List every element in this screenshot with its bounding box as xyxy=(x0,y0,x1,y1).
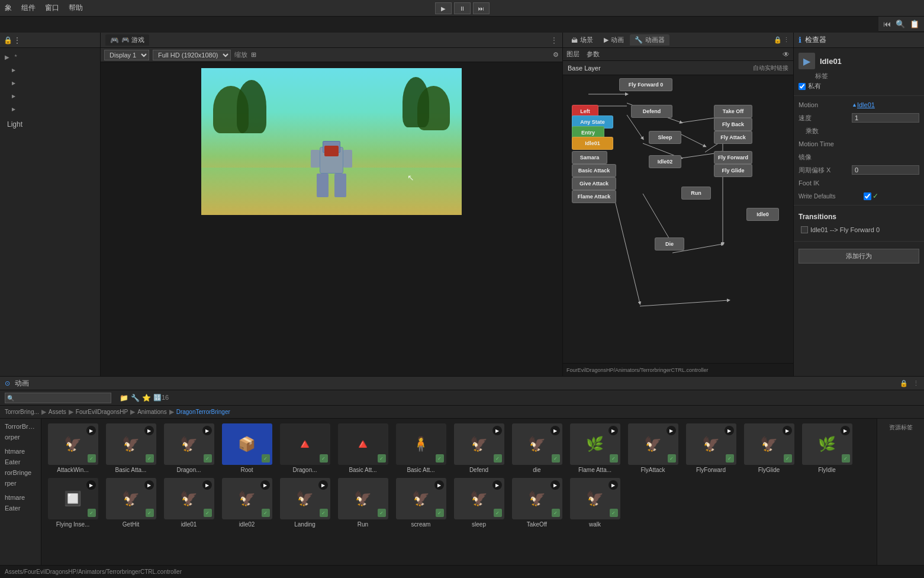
animator-node-sleep[interactable]: Sleep xyxy=(649,131,681,144)
asset-play-btn-23[interactable]: ▶ xyxy=(609,480,618,490)
asset-item-0[interactable]: 🦅 ▶ ✓ AttackWin... xyxy=(46,423,99,473)
menu-item-component[interactable]: 组件 xyxy=(21,3,36,13)
asset-item-17[interactable]: 🦅 ▶ ✓ idle02 xyxy=(220,478,273,528)
params-tab[interactable]: 参数 xyxy=(587,50,600,59)
display-select[interactable]: Display 1 xyxy=(104,50,149,60)
eye-icon[interactable]: 👁 xyxy=(783,50,790,59)
asset-play-btn-18[interactable]: ▶ xyxy=(318,480,328,490)
asset-item-11[interactable]: 🦅 ▶ ✓ FlyForward xyxy=(684,423,738,473)
animator-node-idle02[interactable]: Idle02 xyxy=(649,155,681,168)
asset-item-22[interactable]: 🦅 ▶ ✓ TakeOff xyxy=(510,478,564,528)
animator-node-idle_orange[interactable]: Idle01 xyxy=(572,137,613,150)
animator-node-basic_attack_l[interactable]: Basic Attack xyxy=(572,164,616,177)
animator-node-flame_attack[interactable]: Flame Attack xyxy=(572,190,616,203)
menu-item-window[interactable]: 窗口 xyxy=(45,3,59,13)
animator-node-defend[interactable]: Defend xyxy=(631,105,672,118)
animator-node-fly_attack[interactable]: Fly Attack xyxy=(714,131,752,144)
asset-play-btn-2[interactable]: ▶ xyxy=(202,426,212,435)
animator-node-fly_forward2[interactable]: Fly Forward xyxy=(714,151,752,164)
write-defaults-checkbox[interactable] xyxy=(864,192,871,200)
animator-more-icon[interactable]: ⋮ xyxy=(783,36,790,44)
sidebar-item-nightmare[interactable]: htmare xyxy=(0,446,41,457)
sidebar-item-eater[interactable]: Eater xyxy=(0,457,41,467)
animator-node-fly_back[interactable]: Fly Back xyxy=(714,118,752,131)
asset-play-btn-13[interactable]: ▶ xyxy=(841,426,850,435)
transition-item-1[interactable]: Idle01 --> Fly Forward 0 xyxy=(799,223,919,236)
sidebar-item-rorbring[interactable]: rorBringe xyxy=(0,467,41,478)
asset-play-btn-16[interactable]: ▶ xyxy=(202,480,212,490)
asset-item-19[interactable]: 🦅 ✓ Run xyxy=(336,478,389,528)
private-checkbox[interactable] xyxy=(799,83,806,90)
asset-play-btn-14[interactable]: ▶ xyxy=(86,480,96,490)
asset-item-4[interactable]: 🔺 ✓ Dragon... xyxy=(278,423,331,473)
asset-star-icon[interactable]: ⭐ xyxy=(142,394,151,402)
bc-animations[interactable]: Animations xyxy=(137,409,166,415)
animator-node-take_off[interactable]: Take Off xyxy=(714,105,752,118)
animator-node-give_attack[interactable]: Give Attack xyxy=(572,177,616,190)
asset-folder-icon[interactable]: 📁 xyxy=(120,394,128,402)
game-tab[interactable]: 🎮 🎮 游戏 xyxy=(105,34,149,46)
anim-more-icon[interactable]: ⋮ xyxy=(913,380,919,387)
hierarchy-item-expand-4[interactable]: ▶ xyxy=(0,102,100,115)
animation-tab[interactable]: ▶ 动画 xyxy=(599,34,629,46)
asset-item-10[interactable]: 🦅 ▶ ✓ FlyAttack xyxy=(626,423,680,473)
asset-item-6[interactable]: 🧍 ✓ Basic Att... xyxy=(394,423,447,473)
hierarchy-item-expand-1[interactable]: ▶ xyxy=(0,63,100,76)
asset-item-21[interactable]: 🦅 ▶ ✓ sleep xyxy=(452,478,506,528)
step-button[interactable]: ⏭ xyxy=(473,2,490,14)
asset-item-14[interactable]: 🔲 ▶ ✓ Flying Inse... xyxy=(46,478,99,528)
asset-play-btn-12[interactable]: ▶ xyxy=(783,426,792,435)
asset-filter-icon[interactable]: 🔧 xyxy=(131,394,140,402)
sidebar-item-nightmare2[interactable]: htmare xyxy=(0,492,41,503)
animator-node-die[interactable]: Die xyxy=(655,237,684,251)
asset-play-btn-10[interactable]: ▶ xyxy=(667,426,676,435)
layers-tab[interactable]: 图层 xyxy=(566,50,579,59)
asset-item-3[interactable]: 📦 ✓ Root xyxy=(220,423,273,473)
search-icon[interactable]: 🔍 xyxy=(896,20,905,28)
asset-play-btn-7[interactable]: ▶ xyxy=(492,426,502,435)
animator-node-fly_glide[interactable]: Fly Glide xyxy=(714,164,752,177)
asset-play-btn-22[interactable]: ▶ xyxy=(550,480,560,490)
speed-input[interactable] xyxy=(852,113,919,123)
asset-item-1[interactable]: 🦅 ▶ ✓ Basic Atta... xyxy=(104,423,157,473)
asset-item-13[interactable]: 🌿 ▶ ✓ FlyIdle xyxy=(800,423,854,473)
asset-play-btn-21[interactable]: ▶ xyxy=(492,480,502,490)
animator-node-samara[interactable]: Samara xyxy=(572,151,607,164)
asset-item-9[interactable]: 🌿 ▶ ✓ Flame Atta... xyxy=(568,423,622,473)
history-icon[interactable]: ⏮ xyxy=(883,20,891,28)
asset-play-btn-1[interactable]: ▶ xyxy=(144,426,154,435)
resolution-select[interactable]: Full HD (1920x1080) xyxy=(153,50,231,60)
asset-play-btn-8[interactable]: ▶ xyxy=(550,426,560,435)
panel-more-icon[interactable]: ⋮ xyxy=(550,36,558,44)
animator-node-idle_r[interactable]: Idle0 xyxy=(746,208,779,221)
menu-item-object[interactable]: 象 xyxy=(5,3,12,13)
menu-item-help[interactable]: 帮助 xyxy=(69,3,83,13)
asset-play-btn-9[interactable]: ▶ xyxy=(609,426,618,435)
asset-play-btn-15[interactable]: ▶ xyxy=(144,480,154,490)
settings-icon[interactable]: ⚙ xyxy=(553,51,559,59)
asset-item-15[interactable]: 🦅 ▶ ✓ GetHit xyxy=(104,478,157,528)
bc-terrorbringe[interactable]: TorrorBring... xyxy=(5,409,39,415)
motion-value[interactable]: Idle01 xyxy=(857,101,875,108)
sidebar-item-rper[interactable]: rper xyxy=(0,478,41,489)
hierarchy-item-expand-2[interactable]: ▶ xyxy=(0,76,100,89)
asset-play-btn-17[interactable]: ▶ xyxy=(260,480,270,490)
asset-item-20[interactable]: 🦅 ▶ ✓ scream xyxy=(394,478,447,528)
asset-play-btn-0[interactable]: ▶ xyxy=(86,426,96,435)
bc-dragon[interactable]: DragonTerrorBringer xyxy=(176,409,230,415)
asset-play-btn-11[interactable]: ▶ xyxy=(725,426,734,435)
bc-assets[interactable]: Assets xyxy=(49,409,66,415)
animator-node-run[interactable]: Run xyxy=(681,187,711,200)
asset-search-input[interactable] xyxy=(5,393,111,403)
pause-button[interactable]: ⏸ xyxy=(454,2,471,14)
asset-play-btn-20[interactable]: ▶ xyxy=(434,480,444,490)
play-button[interactable]: ▶ xyxy=(435,2,452,14)
scene-tab[interactable]: 🏔 场景 xyxy=(566,34,598,46)
animator-node-fly_forward[interactable]: Fly Forward 0 xyxy=(619,78,672,91)
asset-item-18[interactable]: 🦅 ▶ ✓ Landing xyxy=(278,478,331,528)
asset-item-12[interactable]: 🦅 ▶ ✓ FlyGlide xyxy=(742,423,796,473)
layers-icon[interactable]: 📋 xyxy=(910,20,919,28)
asset-item-5[interactable]: 🔺 ✓ Basic Att... xyxy=(336,423,389,473)
cycle-offset-input[interactable] xyxy=(852,165,919,175)
asset-item-23[interactable]: 🦅 ▶ ✓ walk xyxy=(568,478,622,528)
